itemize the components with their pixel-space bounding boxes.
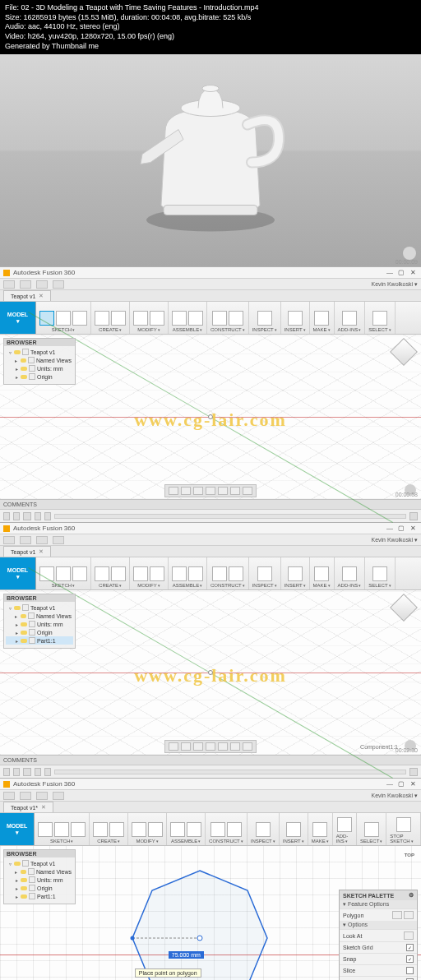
timeline-play[interactable] [23, 768, 31, 776]
ribbon-group-label[interactable]: MAKE [312, 839, 329, 844]
timeline-start[interactable] [3, 768, 10, 776]
ribbon-insert-tool-0[interactable] [288, 566, 303, 581]
ribbon-construct-tool-1[interactable] [229, 311, 243, 326]
nav-viewports[interactable] [243, 742, 252, 751]
tree-node-origin[interactable]: ▸Origin [6, 884, 73, 892]
ribbon-add-ins-tool-0[interactable] [342, 566, 357, 581]
canvas[interactable]: 75.000 mm Place point on polygon BROWSER… [0, 846, 421, 980]
timeline-prev[interactable] [13, 768, 20, 776]
window-maximize[interactable]: ▢ [396, 780, 406, 788]
ribbon-group-label[interactable]: MODIFY [137, 327, 160, 332]
qat-save[interactable] [20, 280, 31, 289]
ribbon-select-tool-0[interactable] [372, 566, 387, 581]
tree-node-part1-1[interactable]: ▸Part1:1 [6, 636, 73, 645]
nav-display[interactable] [218, 742, 228, 751]
ribbon-insert-tool-0[interactable] [288, 311, 303, 326]
canvas[interactable]: BROWSER ▿Teapot v1▸Named Views▸Units: mm… [0, 335, 421, 499]
polygon-icon-alt[interactable] [404, 911, 414, 919]
ribbon-group-label[interactable]: CONSTRUCT [209, 839, 243, 844]
ribbon-make-tool-0[interactable] [312, 822, 327, 837]
nav-pan[interactable] [181, 487, 191, 495]
nav-viewports[interactable] [243, 487, 252, 495]
browser-panel[interactable]: BROWSER ▿Teapot v1▸Named Views▸Units: mm… [3, 849, 76, 904]
window-close[interactable]: ✕ [408, 269, 418, 277]
ribbon-sketch-tool-2[interactable] [72, 566, 87, 581]
window-maximize[interactable]: ▢ [396, 269, 406, 277]
tab-teapot[interactable]: Teapot v1 ✕ [3, 546, 51, 557]
viewcube-top-label[interactable]: TOP [405, 853, 414, 858]
tree-root[interactable]: ▿Teapot v1 [6, 348, 73, 356]
ribbon-group-label[interactable]: CREATE [99, 583, 122, 588]
workspace-model[interactable]: MODEL▾ [0, 557, 36, 589]
ribbon-group-label[interactable]: INSERT [283, 839, 304, 844]
tab-teapot[interactable]: Teapot v1* ✕ [3, 802, 53, 812]
tree-root[interactable]: ▿Teapot v1 [6, 859, 73, 867]
ribbon-group-label[interactable]: INSPECT [252, 327, 277, 332]
canvas[interactable]: BROWSER ▿Teapot v1▸Named Views▸Units: mm… [0, 590, 421, 755]
ribbon-group-label[interactable]: MODIFY [137, 583, 160, 588]
tab-close-icon[interactable]: ✕ [39, 293, 44, 299]
tree-root[interactable]: ▿Teapot v1 [6, 603, 73, 612]
user-menu[interactable]: Kevin Kwolkoski ▾ [371, 537, 418, 543]
ribbon-add-ins-tool-0[interactable] [342, 311, 357, 326]
dimension-input[interactable]: 75.000 mm [169, 951, 204, 959]
timeline-prev[interactable] [13, 512, 20, 520]
ribbon-sketch-tool-2[interactable] [71, 822, 86, 837]
timeline-next[interactable] [35, 768, 41, 776]
ribbon-group-label[interactable]: ADD-INS [338, 327, 362, 332]
ribbon-group-label[interactable]: MODIFY [136, 839, 158, 844]
ribbon-sketch-tool-2[interactable] [72, 311, 87, 326]
nav-zoom[interactable] [193, 487, 203, 495]
nav-orbit[interactable] [169, 742, 178, 751]
browser-panel[interactable]: BROWSER ▿Teapot v1▸Named Views▸Units: mm… [3, 594, 76, 649]
qat-save[interactable] [20, 536, 31, 544]
window-minimize[interactable]: — [385, 780, 395, 788]
window-minimize[interactable]: — [385, 269, 395, 277]
ribbon-assemble-tool-0[interactable] [172, 311, 187, 326]
tree-node-named-views[interactable]: ▸Named Views [6, 356, 73, 364]
ribbon-assemble-tool-1[interactable] [187, 822, 201, 837]
ribbon-assemble-tool-0[interactable] [172, 566, 187, 581]
ribbon-construct-tool-0[interactable] [212, 566, 227, 581]
ribbon-add-ins-tool-0[interactable] [337, 817, 352, 832]
ribbon-insert-tool-0[interactable] [286, 822, 301, 837]
tree-node-named-views[interactable]: ▸Named Views [6, 612, 73, 620]
nav-fit[interactable] [206, 742, 215, 751]
ribbon-modify-tool-1[interactable] [148, 822, 163, 837]
checkbox[interactable]: ✓ [406, 955, 414, 963]
palette-settings-icon[interactable]: ⚙ [409, 892, 414, 899]
ribbon-group-label[interactable]: ADD-INS [336, 834, 353, 844]
ribbon-group-label[interactable]: MAKE [313, 327, 331, 332]
ribbon-create-tool-1[interactable] [111, 311, 126, 326]
ribbon-construct-tool-0[interactable] [210, 822, 225, 837]
checkbox[interactable] [406, 967, 414, 974]
qat-redo[interactable] [53, 536, 64, 544]
ribbon-assemble-tool-1[interactable] [188, 566, 203, 581]
timeline-start[interactable] [3, 512, 10, 520]
window-close[interactable]: ✕ [408, 780, 418, 788]
ribbon-inspect-tool-0[interactable] [256, 822, 271, 837]
tree-node-units-mm[interactable]: ▸Units: mm [6, 876, 73, 884]
qat-save[interactable] [20, 792, 31, 800]
ribbon-modify-tool-0[interactable] [133, 311, 148, 326]
qat-redo[interactable] [53, 280, 64, 289]
window-maximize[interactable]: ▢ [396, 525, 406, 533]
ribbon-create-tool-1[interactable] [109, 822, 124, 837]
ribbon-group-label[interactable]: CONSTRUCT [210, 327, 245, 332]
ribbon-group-label[interactable]: INSERT [285, 327, 306, 332]
ribbon-stop-sketch-tool-0[interactable] [396, 817, 411, 832]
ribbon-group-label[interactable]: CONSTRUCT [210, 583, 245, 588]
tree-node-units-mm[interactable]: ▸Units: mm [6, 364, 73, 372]
ribbon-group-label[interactable]: ASSEMBLE [173, 327, 202, 332]
nav-pan[interactable] [181, 742, 191, 751]
ribbon-group-label[interactable]: CREATE [97, 839, 120, 844]
tab-teapot[interactable]: Teapot v1 ✕ [3, 290, 51, 301]
qat-undo[interactable] [36, 792, 48, 800]
nav-zoom[interactable] [193, 742, 203, 751]
user-menu[interactable]: Kevin Kwolkoski ▾ [371, 793, 418, 799]
window-close[interactable]: ✕ [408, 525, 418, 533]
ribbon-select-tool-0[interactable] [364, 822, 379, 837]
qat-redo[interactable] [53, 792, 64, 800]
sketch-palette[interactable]: SKETCH PALETTE ⚙ ▾ Feature Options Polyg… [339, 890, 418, 980]
polygon-icon[interactable] [392, 911, 402, 919]
